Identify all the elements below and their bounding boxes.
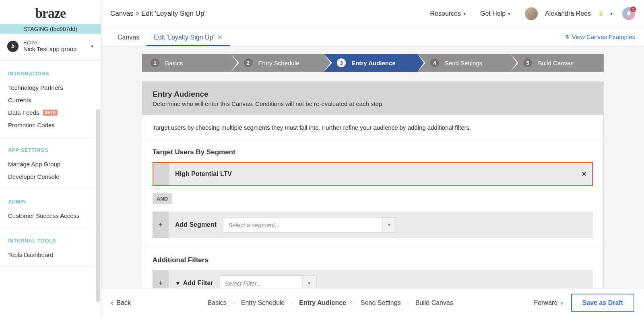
chevron-right-icon: › [233, 300, 235, 306]
chevron-right-icon: › [353, 300, 354, 306]
nav-heading: INTEGRATIONS [8, 70, 93, 77]
nav-heading: ADMIN [8, 199, 93, 205]
step-number: 5 [523, 58, 532, 67]
section-label: Additional Filters [153, 256, 593, 264]
logo-text: braze [35, 6, 66, 21]
drag-handle[interactable] [153, 163, 169, 185]
filter-icon: ▼ [175, 280, 181, 286]
chevron-down-icon: ▾ [508, 11, 510, 17]
sidebar-scrollbar[interactable] [96, 109, 101, 302]
sidebar-item-currents[interactable]: Currents [8, 94, 93, 106]
sidebar-item-promotion-codes[interactable]: Promotion Codes [8, 119, 93, 131]
sidebar-item-data-feeds[interactable]: Data Feeds BETA [8, 106, 93, 119]
entry-audience-panel: Entry Audience Determine who will enter … [142, 81, 604, 288]
sidebar-item-developer-console[interactable]: Developer Console [8, 170, 93, 183]
chevron-right-icon: › [561, 299, 563, 307]
selected-segment-row: High Potential LTV ✕ [153, 162, 593, 186]
topbar: Canvas > Edit 'Loyalty Sign Up' Resource… [101, 0, 644, 27]
caret-down-icon: ▼ [302, 276, 316, 288]
step-basics[interactable]: 1 Basics [142, 54, 231, 72]
tab-canvas[interactable]: Canvas [110, 28, 147, 46]
chevron-down-icon[interactable]: ▾ [610, 11, 613, 17]
app-group-selector[interactable]: b Braze Nick Test app group ▾ [0, 34, 101, 61]
staging-banner: STAGING (fbd907dd) [0, 24, 101, 34]
app-group-name: Nick Test app group [23, 46, 86, 53]
footer-step-entry-schedule[interactable]: Entry Schedule [241, 299, 285, 307]
filter-select[interactable]: Select Filter... ▼ [220, 276, 316, 288]
footer-step-nav: Basics › Entry Schedule › Entry Audience… [131, 299, 530, 307]
step-number: 2 [244, 58, 253, 67]
content-area: 1 Basics 2 Entry Schedule 3 Entry Audien… [101, 47, 644, 288]
sidebar: braze STAGING (fbd907dd) b Braze Nick Te… [0, 0, 101, 317]
segment-name: High Potential LTV [169, 170, 576, 178]
avatar[interactable] [525, 7, 538, 20]
segment-placeholder: Select a segment... [228, 222, 280, 228]
step-build-canvas[interactable]: 5 Build Canvas [510, 54, 604, 72]
step-label: Entry Schedule [258, 60, 299, 66]
main: Canvas > Edit 'Loyalty Sign Up' Resource… [101, 0, 644, 317]
logo: braze [0, 0, 101, 24]
step-label: Build Canvas [538, 60, 573, 66]
panel-header: Entry Audience Determine who will enter … [142, 82, 603, 115]
wizard-stepper: 1 Basics 2 Entry Schedule 3 Entry Audien… [101, 54, 644, 72]
save-as-draft-button[interactable]: Save as Draft [571, 294, 634, 312]
get-help-menu[interactable]: Get Help ▾ [480, 10, 510, 17]
step-label: Basics [165, 60, 183, 66]
sidebar-item-customer-success[interactable]: Customer Success Access [8, 209, 93, 222]
footer-step-basics[interactable]: Basics [208, 299, 227, 307]
segment-section: Target Users By Segment High Potential L… [142, 140, 603, 248]
step-entry-schedule[interactable]: 2 Entry Schedule [231, 54, 324, 72]
step-entry-audience[interactable]: 3 Entry Audience [324, 54, 417, 72]
step-number: 4 [430, 58, 439, 67]
section-label: Target Users By Segment [153, 148, 593, 156]
add-segment-row: + Add Segment Select a segment... ▼ [153, 211, 593, 238]
app-group-icon: b [7, 41, 19, 52]
add-segment-label: Add Segment [169, 221, 223, 228]
notification-badge: 2 [630, 6, 636, 12]
step-label: Entry Audience [351, 60, 395, 66]
add-filter-label: ▼ Add Filter [169, 280, 220, 287]
segment-select[interactable]: Select a segment... ▼ [223, 217, 396, 232]
nav-section-integrations: INTEGRATIONS Technology Partners Current… [0, 61, 101, 137]
footer: ‹ Back Basics › Entry Schedule › Entry A… [101, 288, 644, 317]
view-canvas-examples-link[interactable]: ⚗ View Canvas Examples [565, 33, 635, 40]
bell-icon [626, 11, 632, 17]
chevron-right-icon: › [291, 300, 293, 306]
beta-badge: BETA [43, 110, 58, 116]
nav-section-admin: ADMIN Customer Success Access [0, 189, 101, 228]
breadcrumb: Canvas > Edit 'Loyalty Sign Up' [110, 10, 426, 18]
nav-heading: INTERNAL TOOLS [8, 238, 93, 244]
sidebar-item-manage-app-group[interactable]: Manage App Group [8, 158, 93, 170]
forward-button[interactable]: Forward › [534, 299, 563, 307]
tabs-row: Canvas Edit 'Loyalty Sign Up' ✕ ⚗ View C… [101, 27, 644, 47]
step-send-settings[interactable]: 4 Send Settings [417, 54, 511, 72]
chevron-left-icon: ‹ [111, 299, 113, 307]
step-number: 3 [337, 58, 346, 67]
close-icon[interactable]: ✕ [217, 34, 223, 41]
panel-subtitle: Determine who will enter this Canvas. Co… [153, 100, 593, 107]
footer-step-entry-audience[interactable]: Entry Audience [299, 299, 346, 307]
footer-step-send-settings[interactable]: Send Settings [361, 299, 401, 307]
footer-step-build-canvas[interactable]: Build Canvas [415, 299, 453, 307]
flask-icon: ⚗ [565, 34, 570, 40]
and-operator: AND [153, 193, 172, 204]
chevron-down-icon: ▾ [91, 44, 93, 49]
plus-icon[interactable]: + [153, 211, 169, 238]
step-number: 1 [151, 58, 159, 67]
app-group-brand: Braze [23, 39, 86, 46]
sidebar-item-tools-dashboard[interactable]: Tools Dashboard [8, 249, 93, 261]
add-filter-row: + ▼ Add Filter Select Filter... ▼ [153, 270, 593, 288]
scrollbar-thumb[interactable] [96, 109, 100, 302]
notifications-button[interactable]: 2 [622, 7, 635, 20]
nav-heading: APP SETTINGS [8, 147, 93, 153]
back-button[interactable]: ‹ Back [111, 299, 131, 307]
crown-icon: ♛ [598, 10, 604, 17]
remove-segment-button[interactable]: ✕ [576, 170, 592, 178]
chevron-right-icon: › [407, 300, 409, 306]
user-name: Alexandra Rees [545, 10, 591, 17]
resources-menu[interactable]: Resources ▾ [430, 10, 466, 17]
panel-title: Entry Audience [153, 90, 593, 99]
plus-icon[interactable]: + [153, 270, 169, 288]
tab-edit-canvas[interactable]: Edit 'Loyalty Sign Up' ✕ [147, 28, 230, 46]
sidebar-item-technology-partners[interactable]: Technology Partners [8, 81, 93, 94]
